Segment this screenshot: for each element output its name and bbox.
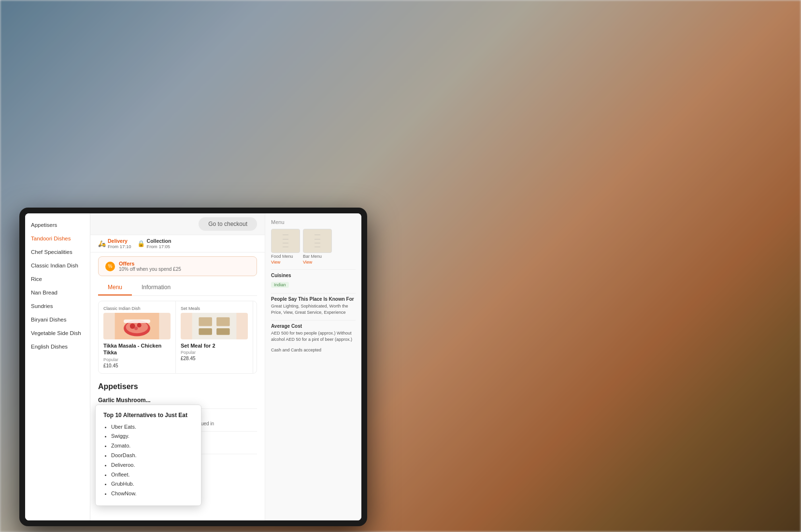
menu-carousel: Classic Indian Dish (98, 301, 257, 374)
sidebar-item-nan[interactable]: Nan Bread (25, 286, 90, 299)
cuisines-title: Cuisines (271, 273, 356, 278)
info-cuisines: Cuisines Indian (271, 273, 356, 288)
avg-cost-text: AED 500 for two people (approx.) Without… (271, 330, 356, 342)
svg-point-4 (137, 323, 142, 327)
tooltip-item-3: DoorDash. (111, 451, 193, 461)
sidebar-item-rice[interactable]: Rice (25, 272, 90, 286)
offers-title: Offers (119, 261, 181, 266)
collection-icon: 🔒 (137, 240, 145, 247)
sidebar-item-appetisers[interactable]: Appetisers (25, 218, 90, 232)
tabs: Menu Information (98, 280, 257, 296)
svg-rect-6 (124, 320, 150, 323)
card-price-1: £28.45 (181, 356, 248, 361)
card-popular-0: Popular (103, 357, 171, 362)
sidebar-item-sundries[interactable]: Sundries (25, 299, 90, 313)
menu-card-setmeal[interactable]: Set Meals Set Meal for 2 Popular (176, 301, 253, 373)
section-title-appetisers: Appetisers (90, 378, 265, 393)
offers-banner: % Offers 10% off when you spend £25 (98, 256, 257, 276)
card-image-0 (103, 313, 171, 339)
delivery-time: From 17:10 (108, 244, 131, 249)
collection-option[interactable]: 🔒 Collection From 17:05 (137, 238, 172, 249)
svg-rect-10 (199, 328, 212, 335)
svg-rect-9 (216, 317, 230, 326)
main-content: Go to checkout 🛵 Delivery From 17:10 🔒 (90, 213, 265, 520)
card-popular-1: Popular (181, 350, 248, 355)
sidebar-item-classic[interactable]: Classic Indian Dish (25, 259, 90, 272)
thumb-lines-food: ———————— (283, 233, 288, 249)
collection-label: Collection (147, 238, 172, 244)
tooltip-item-1: Swiggy. (111, 432, 193, 441)
delivery-icon: 🛵 (98, 240, 106, 247)
delivery-bar: 🛵 Delivery From 17:10 🔒 Collection From … (90, 235, 265, 252)
offers-text: Offers 10% off when you spend £25 (119, 261, 181, 272)
known-for-text: Great Lighting, Sophisticated, Worth the… (271, 303, 356, 315)
offers-icon: % (105, 262, 115, 271)
svg-rect-7 (192, 313, 237, 339)
tooltip-popup: Top 10 Alternatives to Just Eat Uber Eat… (95, 405, 201, 506)
bar-menu-label: Bar Menu (303, 254, 332, 259)
payment-text: Cash and Cards accepted (271, 347, 356, 353)
menu-card-tikka[interactable]: Classic Indian Dish (99, 301, 176, 373)
delivery-option[interactable]: 🛵 Delivery From 17:10 (98, 238, 131, 249)
screen-content: Appetisers Tandoori Dishes Chef Speciali… (25, 213, 361, 520)
tooltip-list: Uber Eats. Swiggy. Zomato. DoorDash. Del… (103, 422, 193, 499)
info-avg-cost: Average Cost AED 500 for two people (app… (271, 323, 356, 342)
tooltip-item-5: Onfleet. (111, 470, 193, 480)
sidebar: Appetisers Tandoori Dishes Chef Speciali… (25, 213, 90, 520)
divider-3 (271, 320, 356, 321)
info-known-for: People Say This Place Is Known For Great… (271, 296, 356, 315)
bar-menu-view[interactable]: View (303, 260, 332, 265)
divider-2 (271, 293, 356, 294)
avg-cost-title: Average Cost (271, 323, 356, 329)
item-name-0: Garlic Mushroom... (98, 397, 257, 404)
sidebar-item-vegetable[interactable]: Vegetable Side Dish (25, 326, 90, 340)
laptop-screen: Appetisers Tandoori Dishes Chef Speciali… (25, 213, 361, 520)
tooltip-item-6: GrubHub. (111, 479, 193, 489)
info-panel-title: Menu (271, 219, 356, 225)
menu-card-kurma[interactable]: Classic Indian Dish Kurma - Chick... Pop… (253, 301, 257, 373)
card-category-1: Set Meals (181, 306, 248, 311)
card-image-1 (181, 313, 248, 339)
food-menu-view[interactable]: View (271, 260, 300, 265)
tab-information[interactable]: Information (132, 280, 180, 295)
menu-thumbs: ———————— Food Menu View ———————— Bar Men… (271, 229, 356, 265)
svg-rect-8 (199, 317, 212, 326)
svg-point-5 (134, 326, 138, 330)
tooltip-item-2: Zomato. (111, 441, 193, 451)
svg-rect-11 (216, 328, 230, 335)
card-name-1: Set Meal for 2 (181, 342, 248, 349)
food-menu-label: Food Menu (271, 254, 300, 259)
laptop-frame: Appetisers Tandoori Dishes Chef Speciali… (19, 208, 367, 526)
card-price-0: £10.45 (103, 363, 171, 368)
tooltip-item-0: Uber Eats. (111, 422, 193, 432)
delivery-label: Delivery (108, 238, 131, 244)
menu-thumb-food[interactable]: ———————— (271, 229, 300, 253)
tooltip-title: Top 10 Alternatives to Just Eat (103, 412, 193, 419)
card-name-0: Tikka Masala - Chicken Tikka (103, 342, 171, 356)
card-category-0: Classic Indian Dish (103, 306, 171, 311)
checkout-button[interactable]: Go to checkout (199, 217, 257, 231)
info-panel: Menu ———————— Food Menu View (265, 213, 361, 520)
tooltip-item-7: ChowNow. (111, 489, 193, 499)
sidebar-item-biryani[interactable]: Biryani Dishes (25, 313, 90, 326)
sidebar-item-english[interactable]: English Dishes (25, 340, 90, 353)
known-for-title: People Say This Place Is Known For (271, 296, 356, 302)
divider-1 (271, 269, 356, 270)
thumb-lines-bar: ———————— (315, 233, 320, 249)
tooltip-item-4: Deliveroo. (111, 461, 193, 470)
checkout-bar: Go to checkout (90, 213, 265, 235)
cuisines-tag: Indian (271, 282, 289, 288)
tab-menu[interactable]: Menu (98, 280, 132, 295)
offers-subtitle: 10% off when you spend £25 (119, 266, 181, 272)
sidebar-item-chef[interactable]: Chef Specialities (25, 245, 90, 259)
sidebar-item-tandoori[interactable]: Tandoori Dishes (25, 232, 90, 245)
menu-thumb-bar[interactable]: ———————— (303, 229, 332, 253)
collection-time: From 17:05 (147, 244, 172, 249)
